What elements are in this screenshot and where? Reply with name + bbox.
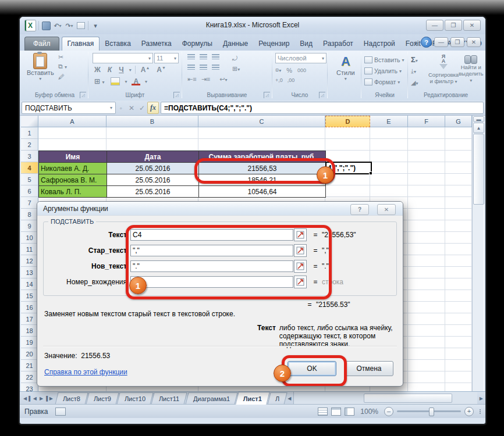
row-header[interactable]: 12 xyxy=(21,255,38,267)
cut-button[interactable]: ✂ xyxy=(58,53,67,61)
row-header[interactable]: 1 xyxy=(21,127,38,139)
italic-button[interactable]: К xyxy=(106,66,113,74)
tab-insert[interactable]: Вставка xyxy=(100,37,136,51)
cell-a6[interactable]: Коваль Л. П. xyxy=(38,185,107,198)
percent-format-button[interactable]: % xyxy=(286,66,292,74)
book-minimize-button[interactable]: — xyxy=(434,37,448,47)
horizontal-scrollbar[interactable] xyxy=(293,392,477,405)
decrease-indent-icon[interactable]: ⇤≡ xyxy=(187,75,197,84)
zoom-in-icon[interactable]: + xyxy=(464,407,474,416)
tab-scroll-left-icon[interactable]: ◀ xyxy=(286,396,292,401)
clear-button[interactable]: ◢▾ xyxy=(411,78,418,88)
decrease-decimal-button[interactable]: ,00 xyxy=(288,77,295,83)
sheet-tab-list1[interactable]: Лист1 xyxy=(235,392,270,405)
hscroll-thumb[interactable] xyxy=(364,394,452,403)
font-dialog-launcher[interactable]: ◿ xyxy=(173,92,180,98)
tab-view[interactable]: Вид xyxy=(294,37,318,51)
row-header[interactable]: 2 xyxy=(21,139,38,151)
cell-b3[interactable]: Дата xyxy=(107,151,199,163)
sheet-tab-diagram1[interactable]: Диаграмма1 xyxy=(185,392,238,405)
alignment-dialog-launcher[interactable]: ◿ xyxy=(264,92,270,98)
row-header[interactable]: 23 xyxy=(21,383,38,391)
formula-input[interactable]: =ПОДСТАВИТЬ(C4;",";".") xyxy=(161,102,484,114)
book-restore-button[interactable]: ❐ xyxy=(450,37,464,47)
help-link[interactable]: Справка по этой функции xyxy=(44,368,127,376)
page-layout-view-icon[interactable] xyxy=(331,408,341,416)
sheet-tab-list9[interactable]: Лист9 xyxy=(86,392,119,405)
row-header[interactable]: 16 xyxy=(21,302,38,313)
minimize-button[interactable]: — xyxy=(426,20,443,31)
font-color-dropdown[interactable]: ▾ xyxy=(145,79,147,84)
row-header[interactable]: 17 xyxy=(21,313,38,325)
zoom-slider-thumb[interactable] xyxy=(429,408,434,416)
col-header-f[interactable]: F xyxy=(408,116,445,127)
col-header-e[interactable]: E xyxy=(370,116,408,127)
dialog-title-bar[interactable]: Аргументы функции xyxy=(37,202,403,216)
zoom-slider[interactable] xyxy=(397,410,461,412)
tab-page-layout[interactable]: Разметка xyxy=(136,37,177,51)
row-header[interactable]: 9 xyxy=(21,220,38,232)
tab-data[interactable]: Данные xyxy=(218,37,253,51)
fill-button[interactable]: ⤓▾ xyxy=(411,67,418,76)
sort-filter-button[interactable]: ЯА Сортировка и фильтр ▾ xyxy=(428,54,459,85)
format-painter-button[interactable]: 🖉 xyxy=(58,73,67,81)
cell-b4[interactable]: 25.05.2016 xyxy=(107,162,199,174)
dialog-help-button[interactable]: ? xyxy=(350,204,369,215)
underline-button[interactable]: Ч xyxy=(117,66,125,74)
copy-button[interactable]: ⧉ ▾ xyxy=(58,62,67,72)
row-header[interactable]: 4 xyxy=(21,162,38,174)
row-header[interactable]: 8 xyxy=(21,209,38,220)
row-header[interactable]: 6 xyxy=(21,185,38,197)
insert-cells-button[interactable]: Вставить▾ xyxy=(364,55,404,65)
cell-a5[interactable]: Сафронова В. М. xyxy=(38,174,107,186)
tab-home[interactable]: Главная xyxy=(62,37,100,51)
number-format-select[interactable]: Числовой▾ xyxy=(275,53,326,63)
autosum-button[interactable]: Σ▾ xyxy=(411,54,418,65)
next-sheet-icon[interactable]: ▶ xyxy=(38,396,44,401)
increase-decimal-button[interactable]: +,0 xyxy=(275,77,283,83)
split-handle[interactable]: ▬ xyxy=(473,116,484,122)
cell-a3[interactable]: Имя xyxy=(38,151,107,163)
scroll-thumb[interactable] xyxy=(473,134,484,205)
row-header[interactable]: 19 xyxy=(21,337,38,348)
tab-file[interactable]: Файл xyxy=(24,37,59,51)
currency-format-button[interactable]: ¤▾ xyxy=(275,66,281,75)
dialog-close-button[interactable]: ✕ xyxy=(377,204,396,215)
paste-button[interactable]: Вставить▾ xyxy=(27,53,54,81)
wrap-text-icon[interactable]: ↩▾ xyxy=(219,75,227,84)
comma-format-button[interactable]: 000 xyxy=(297,67,306,73)
sheet-tab-list10[interactable]: Лист10 xyxy=(116,392,153,405)
underline-dropdown[interactable]: ▾ xyxy=(129,67,132,73)
sheet-tab-list11[interactable]: Лист11 xyxy=(151,392,188,405)
col-header-d[interactable]: D xyxy=(325,116,370,127)
zoom-level[interactable]: 100% xyxy=(360,408,378,416)
styles-button[interactable]: А Стили▾ xyxy=(336,54,355,81)
delete-cells-button[interactable]: Удалить▾ xyxy=(364,66,404,76)
insert-function-icon[interactable]: fx xyxy=(147,102,159,114)
cell-b5[interactable]: 25.05.2016 xyxy=(107,174,199,186)
row-header[interactable]: 14 xyxy=(21,278,38,290)
align-left-icon[interactable] xyxy=(187,65,195,70)
align-center-icon[interactable] xyxy=(200,65,207,70)
col-header-a[interactable]: A xyxy=(38,116,107,127)
font-color-button[interactable]: А xyxy=(132,77,140,85)
row-header[interactable]: 11 xyxy=(21,244,38,255)
first-sheet-icon[interactable]: ◀▐ xyxy=(22,396,31,401)
align-middle-icon[interactable] xyxy=(200,54,207,59)
orientation-icon[interactable]: ⤾ xyxy=(232,54,237,62)
row-header[interactable]: 5 xyxy=(21,174,38,185)
grow-font-button[interactable]: А▲ xyxy=(139,66,152,74)
tab-developer[interactable]: Разработ xyxy=(318,37,359,51)
row-header[interactable]: 22 xyxy=(21,371,38,383)
row-header[interactable]: 15 xyxy=(21,290,38,302)
sheet-tab-list8[interactable]: Лист8 xyxy=(55,392,88,405)
row-header[interactable]: 13 xyxy=(21,267,38,278)
cell-b6[interactable]: 25.05.2016 xyxy=(107,185,199,198)
col-header-b[interactable]: B xyxy=(107,116,198,127)
tab-formulas[interactable]: Формулы xyxy=(177,37,218,51)
row-header[interactable]: 3 xyxy=(21,151,38,162)
align-bottom-icon[interactable] xyxy=(212,54,219,59)
help-icon[interactable]: ? xyxy=(421,37,432,48)
row-header[interactable]: 21 xyxy=(21,360,38,371)
prev-sheet-icon[interactable]: ◀ xyxy=(32,396,38,401)
